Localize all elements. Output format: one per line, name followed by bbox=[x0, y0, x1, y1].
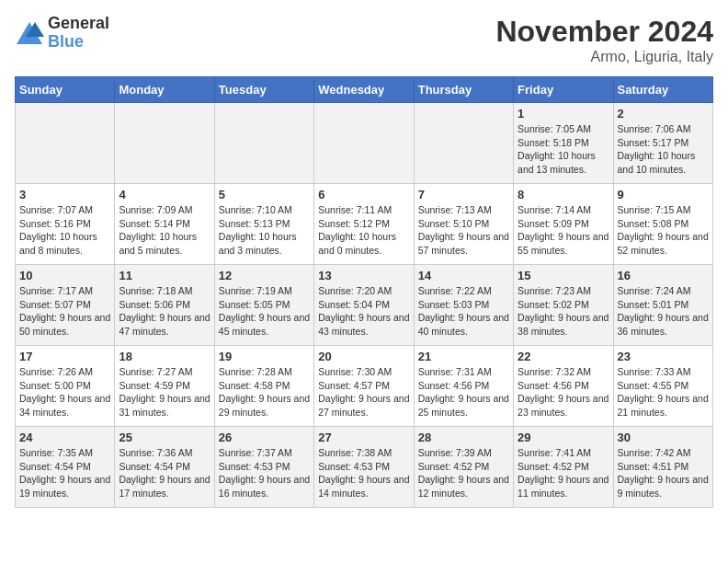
calendar-day-header: Thursday bbox=[414, 77, 513, 103]
day-number: 30 bbox=[618, 431, 709, 444]
calendar-day-cell: 14Sunrise: 7:22 AM Sunset: 5:03 PM Dayli… bbox=[414, 265, 513, 346]
day-number: 29 bbox=[518, 431, 609, 444]
calendar-day-cell bbox=[414, 103, 513, 184]
day-info: Sunrise: 7:05 AM Sunset: 5:18 PM Dayligh… bbox=[518, 122, 609, 177]
calendar-day-cell: 23Sunrise: 7:33 AM Sunset: 4:55 PM Dayli… bbox=[613, 346, 712, 427]
day-number: 28 bbox=[418, 431, 509, 444]
day-number: 22 bbox=[518, 350, 609, 363]
calendar-day-cell: 21Sunrise: 7:31 AM Sunset: 4:56 PM Dayli… bbox=[414, 346, 513, 427]
calendar-day-cell: 18Sunrise: 7:27 AM Sunset: 4:59 PM Dayli… bbox=[115, 346, 214, 427]
day-number: 11 bbox=[119, 269, 210, 282]
day-info: Sunrise: 7:23 AM Sunset: 5:02 PM Dayligh… bbox=[518, 284, 609, 339]
calendar-day-cell: 29Sunrise: 7:41 AM Sunset: 4:52 PM Dayli… bbox=[514, 427, 613, 508]
day-info: Sunrise: 7:20 AM Sunset: 5:04 PM Dayligh… bbox=[318, 284, 409, 339]
calendar-day-cell bbox=[16, 103, 115, 184]
day-info: Sunrise: 7:09 AM Sunset: 5:14 PM Dayligh… bbox=[119, 203, 210, 258]
day-number: 1 bbox=[518, 107, 609, 121]
calendar-day-header: Wednesday bbox=[314, 77, 414, 103]
day-info: Sunrise: 7:33 AM Sunset: 4:55 PM Dayligh… bbox=[618, 365, 709, 419]
calendar-day-cell: 30Sunrise: 7:42 AM Sunset: 4:51 PM Dayli… bbox=[613, 427, 712, 508]
calendar-day-cell: 19Sunrise: 7:28 AM Sunset: 4:58 PM Dayli… bbox=[214, 346, 313, 427]
day-number: 6 bbox=[318, 188, 409, 201]
calendar-header: SundayMondayTuesdayWednesdayThursdayFrid… bbox=[16, 77, 713, 103]
calendar-day-cell: 3Sunrise: 7:07 AM Sunset: 5:16 PM Daylig… bbox=[16, 184, 115, 265]
day-info: Sunrise: 7:13 AM Sunset: 5:10 PM Dayligh… bbox=[418, 203, 509, 258]
calendar-day-header: Sunday bbox=[16, 77, 115, 103]
calendar-day-cell: 11Sunrise: 7:18 AM Sunset: 5:06 PM Dayli… bbox=[115, 265, 214, 346]
calendar-day-cell: 12Sunrise: 7:19 AM Sunset: 5:05 PM Dayli… bbox=[214, 265, 313, 346]
calendar-day-cell: 20Sunrise: 7:30 AM Sunset: 4:57 PM Dayli… bbox=[314, 346, 414, 427]
day-number: 2 bbox=[618, 107, 709, 121]
logo-general-text: General bbox=[48, 15, 109, 33]
calendar-day-cell bbox=[214, 103, 313, 184]
calendar-day-cell: 8Sunrise: 7:14 AM Sunset: 5:09 PM Daylig… bbox=[514, 184, 613, 265]
calendar-day-cell bbox=[314, 103, 414, 184]
day-info: Sunrise: 7:30 AM Sunset: 4:57 PM Dayligh… bbox=[318, 365, 409, 419]
day-number: 25 bbox=[119, 431, 210, 444]
day-info: Sunrise: 7:07 AM Sunset: 5:16 PM Dayligh… bbox=[19, 203, 110, 258]
day-info: Sunrise: 7:22 AM Sunset: 5:03 PM Dayligh… bbox=[418, 284, 509, 339]
day-number: 4 bbox=[119, 188, 210, 201]
day-info: Sunrise: 7:36 AM Sunset: 4:54 PM Dayligh… bbox=[119, 446, 210, 500]
day-number: 9 bbox=[618, 188, 709, 201]
day-number: 27 bbox=[318, 431, 409, 444]
calendar-day-header: Monday bbox=[115, 77, 214, 103]
calendar-day-cell: 2Sunrise: 7:06 AM Sunset: 5:17 PM Daylig… bbox=[613, 103, 712, 184]
day-info: Sunrise: 7:27 AM Sunset: 4:59 PM Dayligh… bbox=[119, 365, 210, 419]
day-info: Sunrise: 7:06 AM Sunset: 5:17 PM Dayligh… bbox=[618, 122, 709, 177]
day-number: 7 bbox=[418, 188, 509, 201]
day-info: Sunrise: 7:28 AM Sunset: 4:58 PM Dayligh… bbox=[219, 365, 310, 419]
calendar-week-row: 1Sunrise: 7:05 AM Sunset: 5:18 PM Daylig… bbox=[16, 103, 713, 184]
calendar-day-cell: 1Sunrise: 7:05 AM Sunset: 5:18 PM Daylig… bbox=[514, 103, 613, 184]
day-number: 16 bbox=[618, 269, 709, 282]
day-info: Sunrise: 7:26 AM Sunset: 5:00 PM Dayligh… bbox=[19, 365, 110, 419]
day-info: Sunrise: 7:35 AM Sunset: 4:54 PM Dayligh… bbox=[19, 446, 110, 500]
calendar-day-header: Friday bbox=[514, 77, 613, 103]
day-number: 13 bbox=[318, 269, 409, 282]
day-number: 5 bbox=[219, 188, 310, 201]
calendar-day-cell: 9Sunrise: 7:15 AM Sunset: 5:08 PM Daylig… bbox=[613, 184, 712, 265]
day-number: 15 bbox=[518, 269, 609, 282]
day-number: 10 bbox=[19, 269, 110, 282]
day-number: 20 bbox=[318, 350, 409, 363]
day-number: 18 bbox=[119, 350, 210, 363]
day-number: 12 bbox=[219, 269, 310, 282]
calendar-day-cell: 24Sunrise: 7:35 AM Sunset: 4:54 PM Dayli… bbox=[16, 427, 115, 508]
month-title: November 2024 bbox=[495, 15, 713, 49]
logo-icon bbox=[15, 20, 44, 46]
day-info: Sunrise: 7:37 AM Sunset: 4:53 PM Dayligh… bbox=[219, 446, 310, 500]
calendar-week-row: 24Sunrise: 7:35 AM Sunset: 4:54 PM Dayli… bbox=[16, 427, 713, 508]
calendar-day-cell: 13Sunrise: 7:20 AM Sunset: 5:04 PM Dayli… bbox=[314, 265, 414, 346]
calendar-day-cell: 27Sunrise: 7:38 AM Sunset: 4:53 PM Dayli… bbox=[314, 427, 414, 508]
day-info: Sunrise: 7:31 AM Sunset: 4:56 PM Dayligh… bbox=[418, 365, 509, 419]
calendar-week-row: 17Sunrise: 7:26 AM Sunset: 5:00 PM Dayli… bbox=[16, 346, 713, 427]
page-header: General Blue November 2024 Armo, Liguria… bbox=[15, 15, 713, 65]
day-number: 21 bbox=[418, 350, 509, 363]
day-number: 8 bbox=[518, 188, 609, 201]
day-info: Sunrise: 7:19 AM Sunset: 5:05 PM Dayligh… bbox=[219, 284, 310, 339]
day-number: 17 bbox=[19, 350, 110, 363]
calendar-day-cell: 28Sunrise: 7:39 AM Sunset: 4:52 PM Dayli… bbox=[414, 427, 513, 508]
day-number: 24 bbox=[19, 431, 110, 444]
day-info: Sunrise: 7:39 AM Sunset: 4:52 PM Dayligh… bbox=[418, 446, 509, 500]
calendar-day-header: Tuesday bbox=[214, 77, 313, 103]
day-info: Sunrise: 7:15 AM Sunset: 5:08 PM Dayligh… bbox=[618, 203, 709, 258]
logo: General Blue bbox=[15, 15, 109, 52]
day-info: Sunrise: 7:14 AM Sunset: 5:09 PM Dayligh… bbox=[518, 203, 609, 258]
calendar-day-cell bbox=[115, 103, 214, 184]
calendar-day-cell: 10Sunrise: 7:17 AM Sunset: 5:07 PM Dayli… bbox=[16, 265, 115, 346]
day-info: Sunrise: 7:42 AM Sunset: 4:51 PM Dayligh… bbox=[618, 446, 709, 500]
day-info: Sunrise: 7:11 AM Sunset: 5:12 PM Dayligh… bbox=[318, 203, 409, 258]
logo-blue-text: Blue bbox=[48, 33, 109, 52]
day-info: Sunrise: 7:41 AM Sunset: 4:52 PM Dayligh… bbox=[518, 446, 609, 500]
day-info: Sunrise: 7:38 AM Sunset: 4:53 PM Dayligh… bbox=[318, 446, 409, 500]
calendar-body: 1Sunrise: 7:05 AM Sunset: 5:18 PM Daylig… bbox=[16, 103, 713, 508]
calendar-day-cell: 4Sunrise: 7:09 AM Sunset: 5:14 PM Daylig… bbox=[115, 184, 214, 265]
calendar-week-row: 10Sunrise: 7:17 AM Sunset: 5:07 PM Dayli… bbox=[16, 265, 713, 346]
day-number: 14 bbox=[418, 269, 509, 282]
day-number: 23 bbox=[618, 350, 709, 363]
calendar-week-row: 3Sunrise: 7:07 AM Sunset: 5:16 PM Daylig… bbox=[16, 184, 713, 265]
location-subtitle: Armo, Liguria, Italy bbox=[495, 49, 713, 65]
calendar-day-header: Saturday bbox=[613, 77, 712, 103]
day-info: Sunrise: 7:32 AM Sunset: 4:56 PM Dayligh… bbox=[518, 365, 609, 419]
